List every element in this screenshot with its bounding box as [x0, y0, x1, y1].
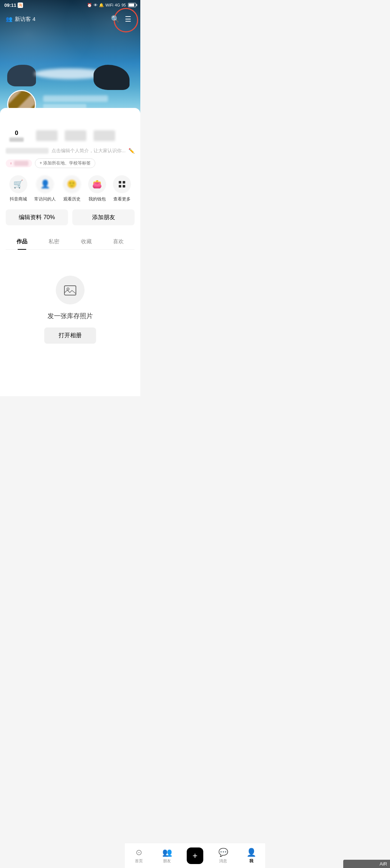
empty-icon-circle: [56, 276, 85, 304]
wifi-icon: WiFi: [105, 3, 113, 7]
search-button[interactable]: 🔍: [109, 13, 122, 26]
stats-extra: [36, 130, 115, 141]
empty-state: 发一张库存照片 打开相册: [6, 261, 135, 365]
frequent-label: 常访问的人: [34, 196, 56, 202]
content-tabs: 作品 私密 收藏 喜欢: [6, 234, 135, 250]
likes-count: 0: [15, 130, 18, 137]
svg-rect-0: [119, 181, 121, 184]
tags-row: ♀ + 添加所在地、学校等标签: [6, 158, 135, 168]
hamburger-icon: ☰: [125, 15, 131, 23]
tab-private[interactable]: 私密: [38, 234, 71, 249]
add-tag-button[interactable]: + 添加所在地、学校等标签: [35, 158, 95, 168]
more-label: 查看更多: [113, 196, 131, 202]
hero-cover: 👥 新访客 4 🔍 ☰: [0, 0, 140, 115]
action-wallet[interactable]: 👛 我的钱包: [88, 175, 106, 202]
action-history[interactable]: 🙂 观看历史: [63, 175, 81, 202]
battery-text: 95: [122, 3, 126, 7]
svg-point-5: [67, 288, 69, 290]
mall-icon-circle: 🛒: [9, 175, 27, 193]
grid-icon: [118, 180, 126, 189]
stat-blur-2: [65, 130, 86, 141]
action-more[interactable]: 查看更多: [113, 175, 131, 202]
photo-icon: [63, 283, 77, 297]
bio-row: 点击编辑个人简介，让大家认识你... ✏️: [6, 148, 135, 154]
status-bar: 09:11 淘 ⏰ 👁 🔔 WiFi 4G 95: [0, 0, 140, 10]
frequent-icon-circle: 👤: [36, 175, 54, 193]
quick-actions: 🛒 抖音商城 👤 常访问的人 🙂 观看历史 👛 我的钱包 查看更: [6, 175, 135, 202]
action-mall[interactable]: 🛒 抖音商城: [9, 175, 27, 202]
svg-rect-3: [123, 185, 125, 187]
bio-text-blur: [6, 148, 49, 154]
alarm-icon: ⏰: [87, 3, 92, 8]
stats-row: 0: [6, 130, 135, 142]
new-visitors-btn[interactable]: 👥 新访客 4: [6, 16, 36, 23]
history-icon-circle: 🙂: [63, 175, 81, 193]
stat-blur-3: [94, 130, 115, 141]
visitors-icon: 👥: [6, 16, 13, 22]
more-icon-circle: [113, 175, 131, 193]
menu-button[interactable]: ☰: [122, 13, 135, 26]
bell-icon: 🔔: [99, 3, 104, 8]
history-label: 观看历史: [63, 196, 81, 202]
taobao-icon: 淘: [18, 3, 23, 8]
tag-text-blur: [14, 161, 28, 166]
profile-card: 0 点击编辑个人简介，让大家认识你... ✏️ ♀ + 添加所在地、学校等标签 …: [0, 108, 140, 396]
gender-tag: ♀: [6, 159, 32, 167]
status-time: 09:11: [4, 3, 16, 8]
search-icon: 🔍: [111, 15, 120, 23]
profile-name-blur: [43, 95, 108, 102]
empty-text: 发一张库存照片: [47, 312, 93, 320]
svg-rect-4: [64, 286, 76, 295]
signal-icon: 4G: [115, 3, 120, 7]
action-buttons-row: 编辑资料 70% 添加朋友: [6, 209, 135, 225]
gender-icon: ♀: [9, 161, 13, 166]
action-frequent[interactable]: 👤 常访问的人: [34, 175, 56, 202]
add-friend-button[interactable]: 添加朋友: [72, 209, 135, 225]
tab-favorites[interactable]: 收藏: [70, 234, 103, 249]
rock-left: [7, 65, 36, 86]
battery-icon: [128, 3, 136, 7]
profile-name-area: [43, 95, 135, 109]
visitors-label: 新访客 4: [15, 16, 36, 23]
likes-label-blur: [9, 137, 24, 142]
bottom-spacer: [6, 365, 135, 390]
rocks-area: [0, 50, 140, 94]
edit-profile-button[interactable]: 编辑资料 70%: [6, 209, 68, 225]
wallet-icon-circle: 👛: [88, 175, 106, 193]
bio-edit-icon[interactable]: ✏️: [128, 148, 135, 154]
eye-icon: 👁: [94, 3, 98, 7]
stat-blur-1: [36, 130, 58, 141]
svg-rect-2: [119, 185, 121, 187]
bio-hint[interactable]: 点击编辑个人简介，让大家认识你...: [51, 148, 126, 154]
open-album-button[interactable]: 打开相册: [44, 327, 96, 344]
svg-rect-1: [123, 181, 125, 184]
tab-works[interactable]: 作品: [6, 234, 38, 249]
wallet-label: 我的钱包: [89, 196, 106, 202]
rock-right: [94, 65, 130, 90]
stat-likes: 0: [6, 130, 27, 142]
status-icons: ⏰ 👁 🔔 WiFi 4G 95: [87, 3, 136, 8]
tab-likes[interactable]: 喜欢: [103, 234, 135, 249]
mall-label: 抖音商城: [10, 196, 27, 202]
header-nav: 👥 新访客 4 🔍 ☰: [0, 10, 140, 28]
